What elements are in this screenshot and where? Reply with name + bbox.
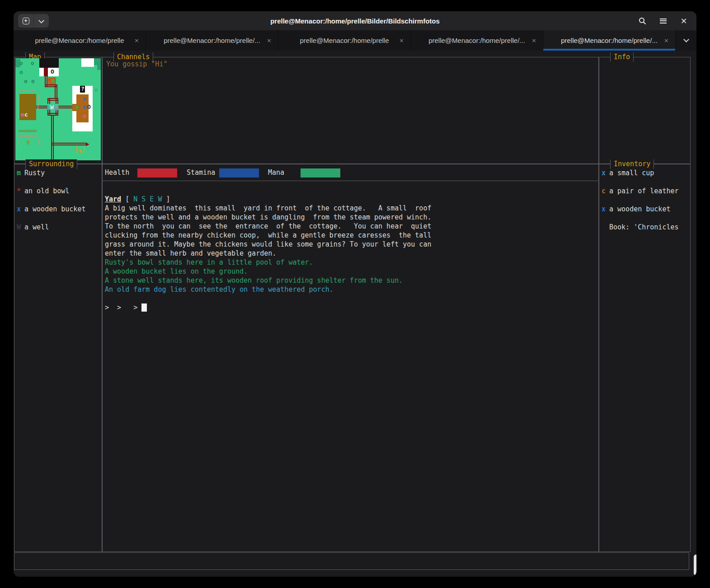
tab-1[interactable]: prelle@Menacor:/home/prelle× — [14, 30, 146, 51]
map-glyph: O — [87, 104, 91, 110]
tab-close-icon[interactable]: × — [267, 37, 272, 44]
tab-close-icon[interactable]: × — [399, 37, 404, 44]
new-tab-menu-button[interactable] — [33, 14, 49, 28]
map-marker-line — [19, 135, 37, 137]
info-panel: Info — [599, 57, 691, 164]
tab-2[interactable]: prelle@Menacor:/home/prelle/...× — [146, 30, 278, 51]
map-glyph: o — [19, 60, 23, 66]
map-marker-line — [19, 130, 37, 132]
inventory-item: xa small cup — [602, 169, 654, 177]
map-road — [47, 98, 50, 104]
map-panel: Map ooooooO*m?mxmOmxW@mcR|||||||⌡▼⌡▶ — [14, 57, 102, 164]
tab-close-icon[interactable]: × — [134, 37, 139, 44]
map-glyph: o — [19, 69, 23, 75]
map-glyph: | — [36, 94, 40, 100]
exit-e: E — [150, 195, 154, 203]
inventory-item: xa wooden bucket — [602, 205, 670, 213]
tab-4[interactable]: prelle@Menacor:/home/prelle/...× — [411, 30, 543, 51]
terminal-content[interactable]: Map ooooooO*m?mxmOmxW@mcR|||||||⌡▼⌡▶ Cha… — [14, 51, 696, 577]
scrollbar-thumb[interactable] — [694, 555, 696, 575]
map-glyph: @ — [54, 105, 58, 111]
inventory-item: Book: 'Chronicles — [602, 223, 679, 231]
map-road — [56, 98, 58, 104]
map-glyph: | — [36, 103, 40, 108]
room-description-line: grass around it. Maybe the chickens woul… — [105, 240, 431, 249]
map-road — [51, 116, 54, 160]
map-glyph: ▶ — [86, 141, 89, 147]
tab-label: prelle@Menacor:/home/prelle/... — [428, 37, 525, 44]
surrounding-panel-title: Surrounding — [25, 159, 77, 169]
tab-label: prelle@Menacor:/home/prelle/... — [164, 37, 260, 44]
inventory-panel-title: Inventory — [610, 159, 654, 169]
map-glyph: o — [24, 78, 28, 84]
surrounding-item: *an old bowl — [17, 187, 69, 195]
main-output-panel: HealthStaminaMana Yard [ N S E W ]A big … — [102, 164, 599, 552]
menu-button[interactable] — [656, 14, 670, 28]
inventory-item-label: Book: 'Chronicles — [609, 223, 679, 231]
map-area — [94, 58, 101, 65]
channel-message: You gossip "Hi" — [106, 60, 167, 68]
tab-overflow-button[interactable] — [676, 30, 696, 51]
hamburger-icon — [660, 19, 667, 23]
inventory-item-sigil: x — [602, 205, 609, 213]
info-panel-title: Info — [610, 52, 634, 62]
room-description-line: A big well dominates this small yard in … — [105, 204, 431, 213]
exit-n: N — [133, 195, 137, 203]
surrounding-item-sigil: W — [17, 223, 24, 231]
close-window-button[interactable]: × — [677, 14, 691, 28]
map-glyph: x — [75, 104, 79, 110]
room-description-line: enter the small herb and vegetable garde… — [105, 249, 431, 258]
tab-label: prelle@Menacor:/home/prelle — [300, 37, 389, 44]
room-output: Yard [ N S E W ]A big well dominates thi… — [105, 195, 431, 312]
exit-s: S — [141, 195, 146, 203]
map-glyph: R — [27, 140, 30, 145]
map-glyph: | — [16, 140, 19, 145]
room-object-line: A stone well stands here, its wooden roo… — [105, 276, 431, 285]
inventory-item-sigil: c — [602, 187, 609, 195]
tab-label: prelle@Menacor:/home/prelle — [35, 37, 124, 44]
tab-bar: prelle@Menacor:/home/prelle×prelle@Menac… — [14, 30, 696, 51]
room-description-line: clucking from the nearby chicken coop, w… — [105, 231, 431, 240]
map-area — [81, 58, 94, 67]
blank-line — [105, 294, 431, 303]
inventory-item-label: a pair of leather — [609, 187, 679, 195]
search-button[interactable] — [635, 14, 649, 28]
tab-3[interactable]: prelle@Menacor:/home/prelle× — [278, 30, 411, 51]
map-glyph: | — [16, 94, 19, 100]
inventory-item-sigil: x — [602, 169, 609, 177]
new-tab-icon: + — [23, 18, 29, 24]
map-glyph: ? — [81, 86, 85, 92]
tab-close-icon[interactable]: × — [664, 37, 669, 44]
map-area — [39, 58, 59, 68]
map-glyph: ▼ — [78, 148, 82, 154]
room-object-line: Rusty's bowl stands here in a little poo… — [105, 258, 431, 267]
map-glyph: | — [36, 140, 40, 145]
map-marker-line — [30, 89, 36, 91]
stats-row: HealthStaminaMana — [103, 164, 598, 181]
room-header-line: Yard [ N S E W ] — [105, 195, 431, 204]
map-glyph: c — [24, 112, 28, 117]
surrounding-item-sigil: x — [17, 205, 24, 213]
surrounding-item-sigil: m — [17, 169, 24, 177]
health-label: Health — [105, 168, 129, 177]
map-marker-line — [19, 89, 29, 91]
tab-close-icon[interactable]: × — [531, 37, 536, 44]
command-input-box[interactable] — [14, 552, 689, 570]
map-glyph: W — [50, 104, 54, 110]
surrounding-item: Wa well — [17, 223, 49, 231]
surrounding-item: mRusty — [17, 169, 45, 177]
new-tab-button[interactable]: + — [18, 14, 33, 28]
surrounding-panel: Surrounding mRusty*an old bowlxa wooden … — [14, 164, 102, 552]
header-bar: + prelle@Menacor:/home/prelle/Bilder/Bil… — [14, 11, 696, 30]
tab-5[interactable]: prelle@Menacor:/home/prelle/...× — [543, 30, 676, 51]
map-glyph: o — [94, 87, 98, 93]
inventory-item-label: a small cup — [609, 169, 654, 177]
text-cursor — [141, 303, 147, 312]
map-glyph: m — [52, 78, 55, 84]
map-glyph: m — [83, 96, 86, 102]
chevron-down-icon — [683, 37, 689, 42]
room-description-line: To the north you can see the entrance of… — [105, 222, 431, 231]
map-glyph: | — [16, 111, 19, 117]
terminal-window: + prelle@Menacor:/home/prelle/Bilder/Bil… — [14, 11, 696, 577]
map-area — [44, 68, 48, 76]
